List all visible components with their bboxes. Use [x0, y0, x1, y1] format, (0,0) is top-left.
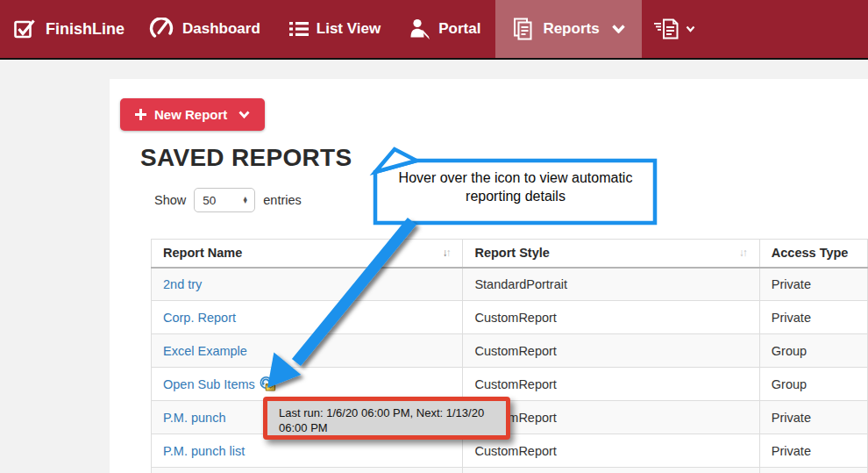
report-name-link[interactable]: Corp. Report [163, 311, 236, 325]
new-report-button[interactable]: New Report [120, 98, 265, 131]
report-style-cell: CustomReport [463, 301, 759, 334]
access-type-cell: Private [759, 434, 867, 468]
table-header-row: Report Name ↓↑ Report Style ↓↑ Access Ty… [152, 240, 868, 268]
page-title: SAVED REPORTS [140, 144, 352, 172]
schedule-tooltip: Last run: 1/6/20 06:00 PM, Next: 1/13/20… [263, 397, 510, 440]
top-navbar: FinishLine Dashboard List View Port [0, 0, 868, 60]
entries-label: entries [263, 193, 302, 207]
schedule-email-icon[interactable] [260, 376, 276, 391]
report-name-link[interactable]: 2nd try [163, 277, 202, 291]
report-style-cell: CustomReport [463, 368, 759, 401]
table-row-cutoff [152, 468, 868, 473]
table-row: Excel Example CustomReport Group [152, 334, 868, 368]
tooltip-text: Last run: 1/6/20 06:00 PM, Next: 1/13/20… [279, 406, 484, 434]
nav-item-quick-report[interactable] [652, 0, 695, 58]
column-label: Access Type [772, 246, 849, 260]
nav-item-portal[interactable]: Portal [409, 0, 480, 58]
nav-item-label: Reports [543, 20, 599, 38]
column-header-report-style[interactable]: Report Style ↓↑ [463, 240, 759, 268]
portal-user-pencil-icon [409, 18, 430, 40]
access-type-cell: Private [759, 401, 867, 434]
new-report-label: New Report [154, 107, 227, 122]
access-type-cell: Private [759, 268, 867, 301]
dashboard-gauge-icon [148, 18, 174, 40]
sort-icon: ↓↑ [739, 247, 746, 259]
report-name-link[interactable]: Open Sub Items [163, 377, 255, 391]
table-row: P.M. punch list CustomReport Private [152, 434, 868, 468]
report-name-link[interactable]: P.M. punch list [163, 444, 245, 458]
table-row: Corp. Report CustomReport Private [152, 301, 868, 334]
report-style-cell: StandardPortrait [463, 268, 759, 301]
access-type-cell: Group [759, 334, 867, 368]
nav-item-reports-active[interactable]: Reports [495, 0, 641, 58]
plus-icon [135, 109, 146, 120]
sort-icon: ↓↑ [442, 247, 449, 259]
column-header-report-name[interactable]: Report Name ↓↑ [152, 240, 463, 268]
list-view-icon [289, 20, 309, 38]
app-window: FinishLine Dashboard List View Port [0, 0, 868, 473]
nav-item-list-view[interactable]: List View [289, 0, 381, 58]
column-label: Report Style [474, 246, 549, 260]
reports-documents-icon [512, 17, 535, 41]
quick-report-icon [652, 14, 682, 44]
column-label: Report Name [163, 246, 242, 260]
nav-item-label: Portal [438, 20, 480, 38]
page-length-select[interactable]: 50 ▲▼ [194, 188, 255, 212]
chevron-down-icon [612, 25, 625, 33]
column-header-access-type[interactable]: Access Type [759, 240, 867, 268]
access-type-cell: Private [759, 301, 867, 334]
nav-item-dashboard[interactable]: Dashboard [148, 0, 260, 58]
show-label: Show [154, 193, 186, 207]
brand-label: FinishLine [46, 20, 125, 39]
report-name-link[interactable]: P.M. punch [163, 411, 225, 425]
nav-item-label: List View [317, 20, 381, 38]
brand-finishline[interactable]: FinishLine [13, 18, 125, 40]
entries-control: Show 50 ▲▼ entries [154, 188, 302, 212]
report-table-body: 2nd try StandardPortrait Private Corp. R… [152, 268, 868, 473]
report-name-link[interactable]: Excel Example [163, 344, 247, 358]
report-style-cell: CustomReport [463, 334, 759, 368]
page-length-value: 50 [203, 194, 216, 207]
chevron-down-icon [238, 111, 250, 118]
checkbox-check-icon [13, 18, 36, 40]
nav-item-label: Dashboard [182, 20, 260, 38]
table-row: Open Sub Items CustomReport Group [152, 368, 868, 401]
table-row: 2nd try StandardPortrait Private [152, 268, 868, 301]
chevron-down-small-icon [686, 25, 695, 32]
select-spinner-icon: ▲▼ [242, 197, 248, 204]
access-type-cell: Group [759, 368, 867, 401]
callout-text: Hover over the icon to view automatic re… [388, 168, 643, 205]
